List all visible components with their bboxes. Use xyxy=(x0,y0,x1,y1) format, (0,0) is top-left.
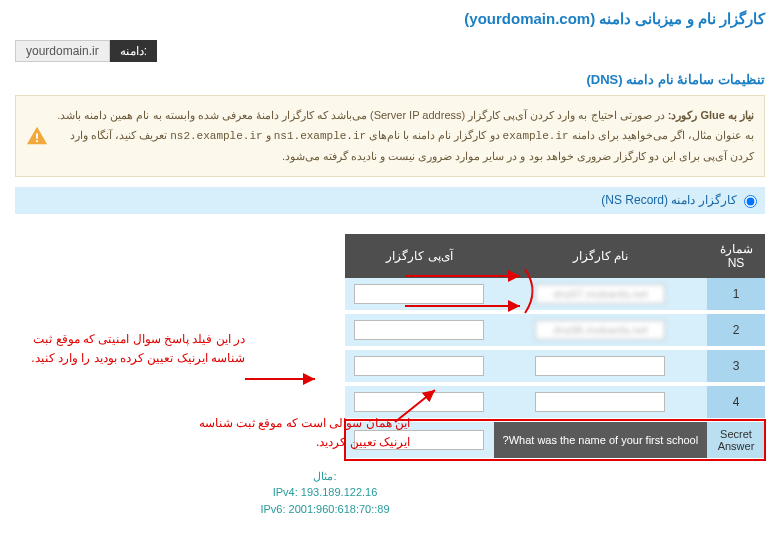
tab-ns-record-label[interactable]: کارگزار دامنه (NS Record) xyxy=(601,193,736,207)
notice-code-2: ns1.example.ir xyxy=(274,130,366,142)
ns-ip-cell xyxy=(345,348,494,384)
glue-notice: نیاز به Glue رکورد: در صورتی احتیاج به و… xyxy=(15,95,765,177)
example-ipv6: IPv6: 2001:960:618:70::89 xyxy=(260,503,389,515)
notice-mid: دو کارگزار نام دامنه با نام‌های xyxy=(366,129,499,141)
title-prefix: کارگزار نام و میزبانی دامنه xyxy=(599,10,765,27)
example-label: مثال: xyxy=(313,470,336,482)
ns-name-cell xyxy=(494,312,707,348)
ip-example: مثال: IPv4: 193.189.122.16 IPv6: 2001:96… xyxy=(255,468,395,518)
ns-name-cell xyxy=(494,384,707,420)
ns-ip-cell xyxy=(345,278,494,312)
tab-ns-record-radio[interactable] xyxy=(744,195,757,208)
notice-strong: نیاز به Glue رکورد: xyxy=(668,109,754,121)
th-ns-number: شمارهٔ NS xyxy=(707,234,765,278)
svg-rect-0 xyxy=(36,133,38,139)
ns-name-input[interactable] xyxy=(535,392,665,412)
ns-ip-cell xyxy=(345,312,494,348)
dns-settings-title: تنظیمات سامانهٔ نام دامنه (DNS) xyxy=(15,72,765,87)
ns-ip-input[interactable] xyxy=(354,284,484,304)
title-domain: (yourdomain.com) xyxy=(464,10,595,27)
notice-and: و xyxy=(263,129,271,141)
domain-row: yourdomain.irدامنه: xyxy=(15,40,765,62)
warning-icon xyxy=(26,125,48,147)
ns-name-input[interactable] xyxy=(535,356,665,376)
ns-ip-input[interactable] xyxy=(354,392,484,412)
secret-question: What was the name of your first school? xyxy=(494,420,707,460)
table-row: 2 xyxy=(345,312,765,348)
secret-answer-label: Secret Answer xyxy=(707,420,765,460)
ns-name-cell xyxy=(494,348,707,384)
tab-bar: کارگزار دامنه (NS Record) xyxy=(15,187,765,213)
table-row: 1 xyxy=(345,278,765,312)
annotation-answer-field: در این فیلد پاسخ سوال امنیتی که موقع ثبت… xyxy=(30,330,245,368)
svg-rect-1 xyxy=(36,140,38,142)
th-ns-ip: آی‌پی کارگزار xyxy=(345,234,494,278)
notice-code-1: example.ir xyxy=(503,130,569,142)
ns-name-input[interactable] xyxy=(535,320,665,340)
ns-ip-input[interactable] xyxy=(354,320,484,340)
notice-code-3: ns2.example.ir xyxy=(170,130,262,142)
table-row: 3 xyxy=(345,348,765,384)
ns-name-input[interactable] xyxy=(535,284,665,304)
ns-name-cell xyxy=(494,278,707,312)
ns-ip-input[interactable] xyxy=(354,356,484,376)
ns-number-cell: 4 xyxy=(707,384,765,420)
annotation-question: این همان سوالی است که موقع ثبت شناسه ایر… xyxy=(190,414,410,452)
ns-number-cell: 1 xyxy=(707,278,765,312)
ns-number-cell: 3 xyxy=(707,348,765,384)
ns-table-wrap: در این فیلد پاسخ سوال امنیتی که موقع ثبت… xyxy=(255,234,765,518)
th-ns-name: نام کارگزار xyxy=(494,234,707,278)
domain-value: yourdomain.ir xyxy=(15,40,110,62)
page-title: کارگزار نام و میزبانی دامنه (yourdomain.… xyxy=(15,10,765,28)
ns-number-cell: 2 xyxy=(707,312,765,348)
arrow-to-answer-icon xyxy=(245,364,325,394)
domain-label: دامنه: xyxy=(110,40,157,62)
example-ipv4: IPv4: 193.189.122.16 xyxy=(273,486,378,498)
